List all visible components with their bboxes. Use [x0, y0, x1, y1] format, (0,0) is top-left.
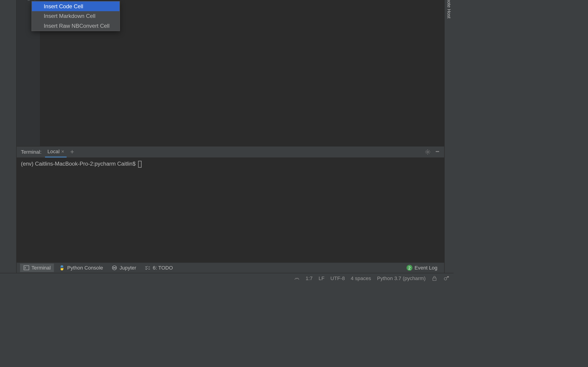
svg-point-46: [427, 151, 428, 153]
preview-pane: This is a Markdown Cell: [262, 0, 444, 146]
menu-insert-markdown-cell[interactable]: Insert Markdown Cell: [32, 11, 120, 21]
terminal-title: Terminal:: [21, 149, 42, 155]
inspector-icon[interactable]: [443, 275, 449, 281]
add-terminal-icon[interactable]: +: [70, 148, 74, 156]
insert-cell-menu: Insert Code Cell Insert Markdown Cell In…: [32, 1, 120, 31]
close-icon[interactable]: ×: [61, 149, 64, 155]
svg-rect-56: [447, 276, 449, 277]
event-log-tool-tab[interactable]: 2 Event Log: [403, 264, 441, 272]
status-bar: Insert Code Cell to the end of the noteb…: [0, 273, 453, 283]
terminal-cursor: [138, 161, 141, 167]
event-log-badge: 2: [406, 265, 413, 271]
menu-insert-raw-cell[interactable]: Insert Raw NBConvert Cell: [32, 21, 120, 31]
terminal-panel: Terminal: Local × + (env) Caitlins-MacBo…: [17, 146, 444, 262]
remote-host-tool-tab[interactable]: Remote Host: [446, 0, 452, 22]
lock-icon[interactable]: [432, 275, 438, 281]
todo-tool-tab[interactable]: 6: TODO: [141, 264, 176, 272]
gear-icon[interactable]: [425, 149, 431, 155]
terminal-tab[interactable]: Local ×: [45, 147, 67, 158]
svg-rect-48: [24, 266, 29, 270]
svg-line-57: [446, 277, 447, 278]
status-interpreter[interactable]: Python 3.7 (pycharm): [377, 275, 425, 281]
project-panel: Project pycharm ~/Desktop/pycharm: [0, 0, 17, 273]
todo-icon: [145, 265, 151, 270]
menu-insert-code-cell[interactable]: Insert Code Cell: [32, 1, 120, 11]
terminal-body[interactable]: (env) Caitlins-MacBook-Pro-2:pycharm Cai…: [17, 158, 444, 262]
minimize-icon[interactable]: [435, 149, 440, 155]
terminal-icon: [23, 265, 29, 270]
memory-icon[interactable]: [294, 275, 300, 281]
jupyter-tool-tab[interactable]: Jupyter: [108, 264, 140, 272]
python-icon: [59, 265, 65, 271]
svg-rect-54: [433, 278, 436, 280]
status-position[interactable]: 1:7: [305, 275, 313, 281]
terminal-tool-tab[interactable]: Terminal: [20, 264, 54, 272]
right-tool-stripe: Database SciView Remote Host: [444, 0, 454, 273]
bottom-tool-tabs: Terminal Python Console Jupyter 6: TODO …: [17, 262, 444, 273]
editor-area: pycharm.ipynb × Managed: http://localhos…: [17, 0, 444, 273]
status-line-ending[interactable]: LF: [319, 275, 325, 281]
status-indent[interactable]: 4 spaces: [351, 275, 371, 281]
status-encoding[interactable]: UTF-8: [330, 275, 345, 281]
python-console-tool-tab[interactable]: Python Console: [56, 264, 107, 272]
jupyter-icon: [111, 265, 117, 271]
